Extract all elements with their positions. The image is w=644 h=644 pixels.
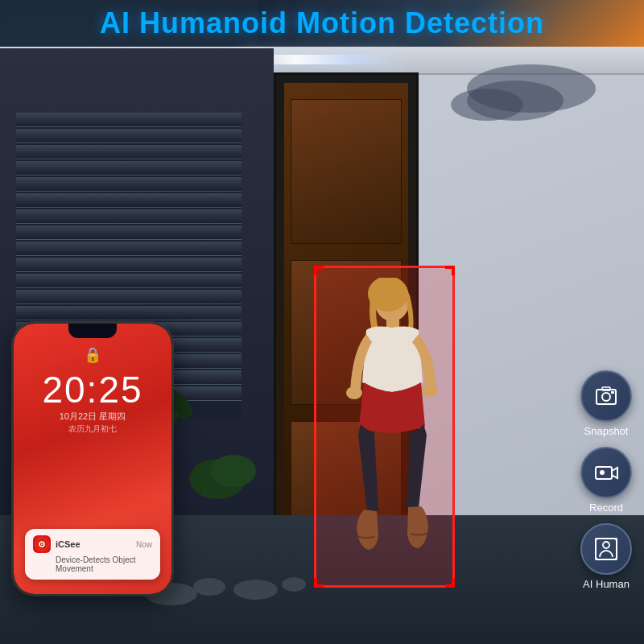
notif-time: Now bbox=[136, 540, 152, 549]
phone-body: 🔒 20:25 10月22日 星期四 农历九月初七 bbox=[12, 322, 173, 596]
svg-rect-21 bbox=[611, 391, 614, 394]
notif-app-name: iCSee bbox=[56, 539, 136, 549]
phone-time: 20:25 bbox=[42, 368, 142, 411]
ai-human-label: AI Human bbox=[583, 578, 630, 590]
svg-point-25 bbox=[603, 542, 609, 548]
record-icon bbox=[593, 460, 619, 485]
snapshot-btn-circle[interactable] bbox=[580, 370, 632, 422]
stone-2 bbox=[233, 580, 278, 600]
snapshot-button[interactable]: Snapshot bbox=[580, 370, 632, 437]
record-btn-circle[interactable] bbox=[580, 447, 632, 498]
ai-human-icon bbox=[593, 536, 619, 562]
notif-message: Device-Detects Object Movement bbox=[56, 555, 152, 573]
ai-human-button[interactable]: AI Human bbox=[580, 523, 632, 590]
svg-point-19 bbox=[602, 393, 610, 401]
svg-point-14 bbox=[422, 384, 438, 397]
notification-header: iCSee Now bbox=[33, 535, 152, 553]
corner-tr bbox=[445, 266, 455, 275]
phone-screen: 🔒 20:25 10月22日 星期四 农历九月初七 bbox=[14, 324, 171, 594]
page-title: AI Humanoid Motion Detection bbox=[0, 6, 644, 40]
svg-point-23 bbox=[600, 470, 605, 475]
phone-date-line2: 农历九月初七 bbox=[68, 423, 117, 435]
person-figure bbox=[330, 278, 455, 592]
stone-3 bbox=[282, 577, 306, 592]
record-label: Record bbox=[589, 502, 623, 514]
svg-point-9 bbox=[211, 455, 256, 487]
svg-point-17 bbox=[41, 543, 43, 545]
icsee-icon bbox=[33, 535, 51, 553]
corner-bl bbox=[314, 578, 324, 588]
action-buttons: Snapshot Record bbox=[580, 370, 632, 590]
snapshot-label: Snapshot bbox=[584, 425, 629, 437]
phone: 🔒 20:25 10月22日 星期四 农历九月初七 bbox=[12, 322, 173, 596]
stone-1 bbox=[193, 578, 225, 596]
record-button[interactable]: Record bbox=[580, 447, 632, 514]
svg-point-13 bbox=[346, 386, 362, 399]
phone-notch bbox=[68, 324, 117, 338]
corner-tl bbox=[314, 266, 324, 275]
lock-icon: 🔒 bbox=[84, 346, 101, 364]
cloud-3 bbox=[451, 89, 523, 121]
snapshot-icon bbox=[593, 383, 619, 409]
notification-card: iCSee Now Device-Detects Object Movement bbox=[25, 529, 160, 580]
main-container: AI Humanoid Motion Detection bbox=[0, 0, 644, 644]
phone-date-line1: 10月22日 星期四 bbox=[60, 411, 126, 423]
ai-human-btn-circle[interactable] bbox=[580, 523, 632, 575]
